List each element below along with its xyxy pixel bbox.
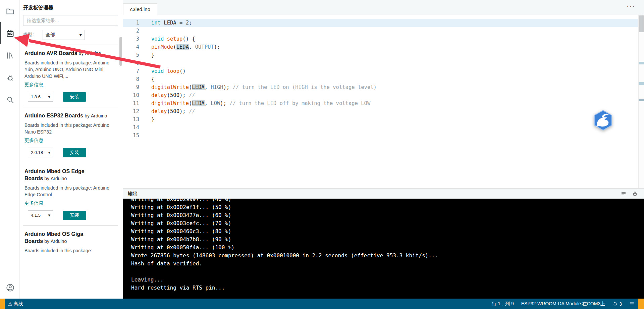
type-filter-row: 类型: 全部 ▾: [23, 30, 118, 40]
code-lines: 1int LEDA = 2;23void setup() {4pinMode(L…: [123, 19, 644, 140]
card-description: Boards included in this package:: [24, 247, 117, 254]
boards-search-input[interactable]: [23, 15, 118, 26]
corner-accent-right: [638, 299, 644, 309]
overview-ruler-mark: [639, 99, 644, 101]
line-number: 3: [123, 35, 147, 43]
version-select[interactable]: 2.0.18- ▾: [28, 148, 53, 157]
warning-icon: ⚠: [8, 301, 12, 307]
tab-c3led-ino[interactable]: c3led.ino: [123, 3, 157, 15]
line-number: 1: [123, 19, 147, 27]
board-port-selector[interactable]: ESP32-WROOM-DA Module 在COM3上: [521, 301, 605, 307]
more-options-icon[interactable]: ···: [627, 3, 635, 9]
code-text: }: [147, 115, 154, 123]
corner-accent-left: [0, 299, 5, 309]
status-bar-right: 行 1，列 9 ESP32-WROOM-DA Module 在COM3上 3: [492, 301, 635, 307]
code-line[interactable]: 6: [123, 59, 644, 67]
install-button[interactable]: 安装: [63, 92, 86, 102]
terminal-line: Wrote 267856 bytes (148603 compressed) a…: [131, 252, 644, 260]
console-toggle[interactable]: [629, 301, 635, 307]
code-line[interactable]: 10delay(500); //: [123, 91, 644, 99]
code-line[interactable]: 1int LEDA = 2;: [123, 19, 644, 27]
sketchbook-button[interactable]: [0, 0, 19, 22]
line-number: 4: [123, 43, 147, 51]
output-console[interactable]: Writing at 0x00029a97... (40 %)Writing a…: [123, 199, 644, 299]
code-line[interactable]: 14: [123, 123, 644, 132]
line-number: 14: [123, 123, 147, 132]
code-line[interactable]: 8{: [123, 75, 644, 83]
code-line[interactable]: 4pinMode(LEDA, OUTPUT);: [123, 43, 644, 51]
terminal-line: [131, 268, 644, 276]
debug-button[interactable]: [0, 66, 19, 89]
code-text: int LEDA = 2;: [147, 19, 192, 27]
line-number: 13: [123, 115, 147, 123]
cursor-position[interactable]: 行 1，列 9: [492, 301, 514, 307]
status-bar: ⚠ 离线 行 1，列 9 ESP32-WROOM-DA Module 在COM3…: [0, 299, 644, 309]
version-value: 1.8.6: [31, 94, 41, 99]
card-description: Boards included in this package: Arduino…: [24, 122, 117, 135]
account-button[interactable]: [0, 276, 19, 299]
chevron-down-icon: ▾: [48, 150, 50, 155]
scrollbar-thumb[interactable]: [639, 15, 644, 32]
code-line[interactable]: 5}: [123, 51, 644, 59]
card-title-line: Arduino AVR BoardsbyArduino: [24, 50, 117, 57]
library-manager-button[interactable]: [0, 44, 19, 66]
offline-label: 离线: [14, 301, 23, 307]
menu-lines-icon[interactable]: [621, 191, 627, 197]
offline-indicator: ⚠ 离线: [8, 301, 23, 307]
terminal-line: Writing at 0x0003427a... (60 %): [131, 211, 644, 219]
code-line[interactable]: 11digitalWrite(LEDA, LOW); // turn the L…: [123, 99, 644, 107]
version-value: 2.0.18-: [31, 150, 44, 155]
activity-bar-spacer: [0, 111, 19, 276]
boards-manager-button[interactable]: [0, 22, 19, 44]
card-by: by: [78, 51, 84, 56]
version-select[interactable]: 4.1.5 ▾: [28, 210, 53, 220]
code-text: digitalWrite(LEDA, HIGH); // turn the LE…: [147, 83, 377, 91]
card-title-line: Arduino ESP32 BoardsbyArduino: [24, 112, 117, 119]
code-line[interactable]: 12delay(500); //: [123, 107, 644, 115]
card-title: Arduino AVR Boards: [24, 50, 77, 56]
install-button[interactable]: 安装: [63, 148, 86, 157]
overview-ruler-mark: [639, 62, 644, 64]
code-text: }: [147, 51, 154, 59]
type-select[interactable]: 全部 ▾: [43, 30, 85, 40]
card-by: by: [85, 113, 90, 118]
activity-bar: [0, 0, 20, 299]
code-text: void setup() {: [147, 35, 195, 43]
terminal-text: Writing at 0x00029a97... (40 %)Writing a…: [131, 199, 644, 292]
code-line[interactable]: 9digitalWrite(LEDA, HIGH); // turn the L…: [123, 83, 644, 91]
code-text: delay(500); //: [147, 91, 195, 99]
code-text: [147, 123, 151, 132]
code-line[interactable]: 13}: [123, 115, 644, 123]
card-author: Arduino: [91, 113, 107, 118]
code-line[interactable]: 7void loop(): [123, 67, 644, 75]
card-by: by: [44, 176, 49, 181]
version-select[interactable]: 1.8.6 ▾: [28, 92, 53, 102]
more-info-link[interactable]: 更多信息: [24, 200, 43, 206]
assistant-bird-badge[interactable]: [592, 109, 614, 132]
arduino-ide-window: 开发板管理器 类型: 全部 ▾ Arduino AVR BoardsbyArdu…: [0, 0, 644, 309]
code-line[interactable]: 3void setup() {: [123, 35, 644, 43]
line-number: 9: [123, 83, 147, 91]
more-info-link[interactable]: 更多信息: [24, 138, 43, 144]
card-description: Boards included in this package: Arduino…: [24, 59, 117, 80]
panel-scrollbar-thumb[interactable]: [119, 37, 122, 66]
code-editor[interactable]: 1int LEDA = 2;23void setup() {4pinMode(L…: [123, 15, 644, 188]
more-info-link[interactable]: 更多信息: [24, 82, 43, 88]
board-card-mbed-edge: Arduino Mbed OS Edge BoardsbyArduino Boa…: [23, 163, 118, 225]
lock-scroll-icon[interactable]: [632, 191, 638, 197]
notifications[interactable]: 3: [612, 301, 622, 307]
terminal-line: Writing at 0x0002ef1f... (50 %): [131, 203, 644, 211]
notification-count: 3: [619, 301, 622, 307]
search-button[interactable]: [0, 89, 19, 111]
output-header-icons: [621, 191, 638, 197]
code-line[interactable]: 2: [123, 27, 644, 35]
editor-scrollbar[interactable]: [638, 15, 644, 188]
type-label: 类型:: [23, 32, 34, 38]
search-icon: [6, 95, 15, 104]
editor-column: c3led.ino ··· 1int LEDA = 2;23void setup…: [123, 0, 644, 299]
code-line[interactable]: 15: [123, 132, 644, 140]
install-button[interactable]: 安装: [63, 211, 86, 220]
boards-manager-inner: 开发板管理器 类型: 全部 ▾ Arduino AVR BoardsbyArdu…: [20, 0, 123, 261]
line-number: 15: [123, 132, 147, 140]
card-author: Arduino: [51, 176, 67, 181]
